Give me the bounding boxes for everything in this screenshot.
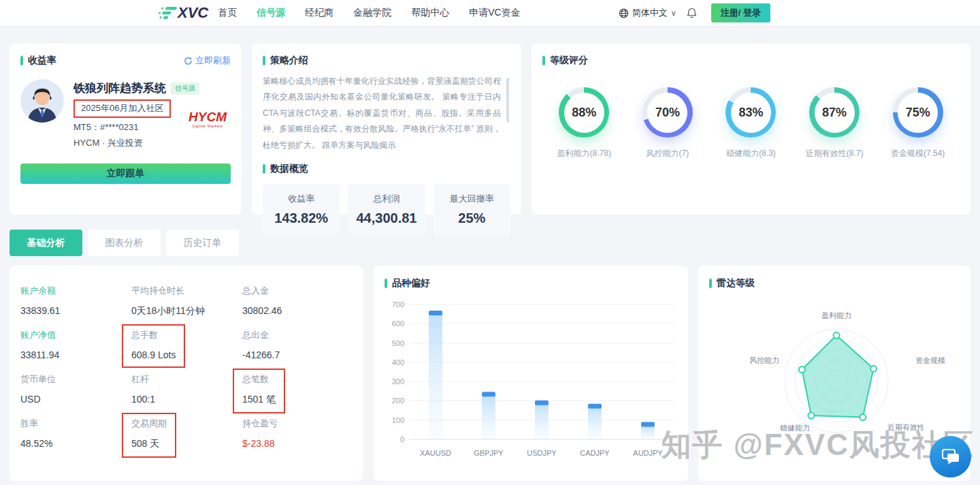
section-title-text: 策略介绍 <box>270 54 308 67</box>
overview-stat-label: 总利润 <box>350 193 422 205</box>
svg-text:资金规模: 资金规模 <box>915 356 945 364</box>
svg-text:风控能力: 风控能力 <box>749 356 779 364</box>
nav-item-2[interactable]: 信号源 <box>257 7 285 19</box>
rating-gauge: 75%资金规模(7.54) <box>877 87 959 159</box>
stat-label: 持仓盈亏 <box>242 418 353 430</box>
stat-cell: 总入金30802.46 <box>242 285 353 329</box>
section-title-radar: 雷达等级 <box>709 277 960 290</box>
radar-rating-panel: 雷达等级 盈利能力资金规模近期有效性稳健能力风控能力 <box>698 266 970 481</box>
svg-text:USDJPY: USDJPY <box>527 449 557 457</box>
join-date-highlight: 2025年06月加入社区 <box>74 99 171 118</box>
nav-item-5[interactable]: 帮助中心 <box>411 7 449 19</box>
stat-value: -41266.7 <box>242 349 353 360</box>
follow-now-button[interactable]: 立即跟单 <box>20 163 231 184</box>
stat-label: 杠杆 <box>131 373 242 386</box>
nav-item-4[interactable]: 金融学院 <box>353 7 391 19</box>
stat-label: 总笔数 <box>242 373 276 386</box>
section-title-text: 雷达等级 <box>717 277 755 290</box>
svg-text:GBPJPY: GBPJPY <box>474 449 504 457</box>
overview-stat-label: 最大回撤率 <box>436 193 508 205</box>
gauge-label: 盈利能力(8.78) <box>557 148 611 159</box>
signal-profile-card: 收益率 立即刷新 <box>10 44 242 215</box>
nav-item-3[interactable]: 经纪商 <box>305 7 333 19</box>
section-title-symbols: 品种偏好 <box>385 277 677 290</box>
section-title-text: 等级评分 <box>550 54 588 67</box>
tab-2[interactable]: 图表分析 <box>88 230 161 256</box>
section-title-text: 收益率 <box>28 54 56 67</box>
stat-value: USD <box>20 394 131 405</box>
stat-cell: 总出金-41266.7 <box>242 329 353 373</box>
svg-text:100: 100 <box>392 416 404 424</box>
section-bar <box>385 279 387 288</box>
stat-value: 100:1 <box>131 394 242 405</box>
overview-stat: 收益率143.82% <box>263 184 340 236</box>
gauge-percent: 88% <box>564 93 604 133</box>
stat-highlight-box: 总手数608.9 Lots <box>122 324 185 368</box>
svg-text:0: 0 <box>400 435 404 443</box>
stat-label: 账户净值 <box>20 329 131 341</box>
stat-value: 33839.61 <box>20 305 131 316</box>
svg-text:700: 700 <box>392 300 404 309</box>
chat-bubble-icon <box>941 448 961 467</box>
stats-grid: 账户余额33839.61平均持仓时长0天18小时11分钟总入金30802.46账… <box>20 285 353 462</box>
hycm-logo[interactable]: HYCM Capital Markets <box>189 110 227 129</box>
symbol-preference-panel: 品种偏好 0100200300400500600700XAUUSDGBPJPYU… <box>374 266 688 481</box>
refresh-link[interactable]: 立即刷新 <box>184 54 231 67</box>
stat-value: 608.9 Lots <box>131 349 176 360</box>
logo-text: XVC <box>178 4 208 22</box>
gauge-label: 资金规模(7.54) <box>891 148 945 159</box>
stat-value: 48.52% <box>20 438 131 449</box>
nav-item-6[interactable]: 申请VC资金 <box>469 7 520 19</box>
overview-stat-value: 143.82% <box>265 210 337 226</box>
stat-cell: 平均持仓时长0天18小时11分钟 <box>131 285 242 329</box>
stat-cell: 总笔数1501 笔 <box>242 373 353 418</box>
strategy-description: 策略核心成员均拥有十年量化行业实战经验，背景涵盖期货公司程序化交易及国内外知名基… <box>263 74 501 153</box>
stat-cell: 账户净值33811.94 <box>20 329 131 373</box>
gauge-ring: 87% <box>809 87 860 138</box>
stat-value: 33811.94 <box>20 349 131 360</box>
overview-stat-label: 收益率 <box>265 193 337 205</box>
tab-3[interactable]: 历史订单 <box>166 230 239 256</box>
nav-item-1[interactable]: 首页 <box>218 7 237 19</box>
notification-bell-icon[interactable] <box>687 7 697 18</box>
gauge-percent: 70% <box>647 93 687 133</box>
gauge-ring: 70% <box>642 87 693 138</box>
refresh-icon <box>184 57 193 65</box>
fxvc-logo-icon <box>158 5 177 21</box>
stat-cell: 货币单位USD <box>20 373 131 418</box>
symbol-preference-bar-chart: 0100200300400500600700XAUUSDGBPJPYUSDJPY… <box>385 295 677 478</box>
top-navbar: XVC 首页信号源经纪商金融学院帮助中心申请VC资金 简体中文 ∨ 注册 <box>0 0 980 26</box>
gauge-label: 近期有效性(8.7) <box>806 148 864 159</box>
svg-text:400: 400 <box>392 358 404 366</box>
svg-text:XAUUSD: XAUUSD <box>420 449 451 457</box>
account-id: MT5：#****0231 <box>74 120 199 136</box>
stat-value: $-23.88 <box>242 438 353 449</box>
section-bar <box>709 279 712 288</box>
overview-stat: 最大回撤率25% <box>434 184 510 236</box>
svg-text:AUDJPY: AUDJPY <box>633 449 663 457</box>
hycm-logo-text: HYCM <box>189 110 227 123</box>
fxvc-logo[interactable]: XVC <box>158 4 208 22</box>
stat-label: 总手数 <box>131 329 176 341</box>
hycm-logo-subtext: Capital Markets <box>189 125 227 129</box>
register-login-button[interactable]: 注册/ 登录 <box>711 3 770 22</box>
rating-gauge: 87%近期有效性(8.7) <box>794 87 875 159</box>
globe-icon <box>619 8 629 18</box>
svg-text:200: 200 <box>392 396 404 405</box>
section-bar <box>20 56 23 65</box>
section-title-yield: 收益率 <box>20 54 56 67</box>
description-scrollbar[interactable] <box>506 78 509 123</box>
section-title-rating: 等级评分 <box>542 54 960 67</box>
gauge-label: 风控能力(7) <box>647 148 689 159</box>
tab-1[interactable]: 基础分析 <box>10 230 82 256</box>
language-selector[interactable]: 简体中文 ∨ <box>619 7 676 19</box>
section-bar <box>263 164 265 174</box>
svg-text:500: 500 <box>392 339 404 347</box>
stat-value: 30802.46 <box>242 305 353 316</box>
stat-value: 0天18小时11分钟 <box>131 305 242 317</box>
section-title-overview: 数据概览 <box>263 163 510 175</box>
overview-stat-value: 44,300.81 <box>350 210 422 226</box>
chat-support-button[interactable] <box>930 436 971 478</box>
stat-cell: 杠杆100:1 <box>131 373 242 418</box>
stat-cell: 账户余额33839.61 <box>20 285 131 329</box>
